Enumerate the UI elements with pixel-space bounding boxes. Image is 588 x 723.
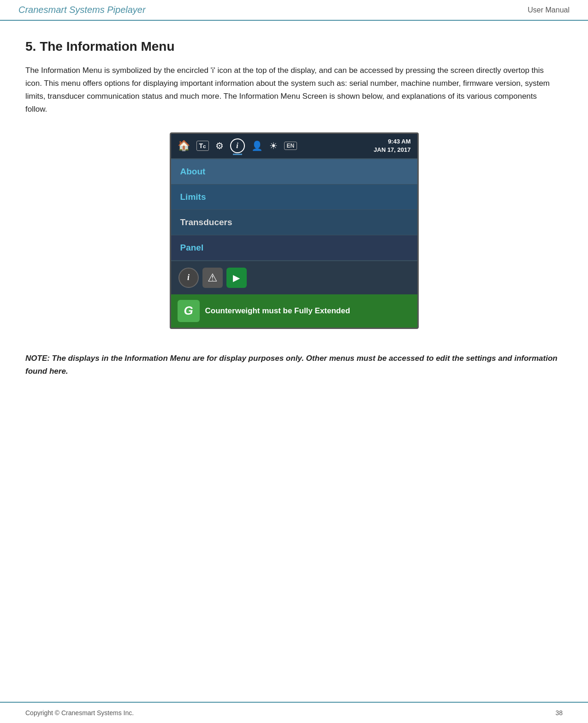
menu-item-panel[interactable]: Panel: [171, 235, 417, 261]
device-screenshot-container: 🏠 Tc ⚙ i 👤 ☀ EN: [25, 132, 563, 329]
device-screen: 🏠 Tc ⚙ i 👤 ☀ EN: [170, 132, 419, 329]
menu-item-transducers[interactable]: Transducers: [171, 210, 417, 235]
device-topbar: 🏠 Tc ⚙ i 👤 ☀ EN: [171, 134, 417, 159]
header-title: Cranesmart Systems Pipelayer: [18, 5, 146, 15]
warning-button[interactable]: ⚠: [202, 268, 223, 288]
info-icon-circle: i: [230, 138, 245, 153]
menu-item-limits[interactable]: Limits: [171, 185, 417, 210]
page-footer: Copyright © Cranesmart Systems Inc. 38: [0, 702, 588, 723]
footer-copyright: Copyright © Cranesmart Systems Inc.: [25, 709, 134, 717]
alert-icon-g: G: [178, 300, 200, 322]
header-manual-label: User Manual: [528, 6, 570, 14]
page-header: Cranesmart Systems Pipelayer User Manual: [0, 0, 588, 21]
language-selector[interactable]: EN: [284, 142, 297, 150]
body-paragraph: The Information Menu is symbolized by th…: [25, 64, 560, 116]
device-time-date: 9:43 AM JAN 17, 2017: [374, 137, 410, 154]
main-content: 5. The Information Menu The Information …: [0, 21, 588, 419]
footer-page-number: 38: [555, 709, 563, 717]
section-number: 5.: [25, 39, 36, 54]
device-time: 9:43 AM: [374, 137, 410, 146]
note-section: NOTE: The displays in the Information Me…: [25, 352, 560, 378]
topbar-icons-group: 🏠 Tc ⚙ i 👤 ☀ EN: [178, 138, 368, 153]
section-title: The Information Menu: [40, 39, 174, 54]
brightness-icon[interactable]: ☀: [269, 140, 278, 151]
person-icon[interactable]: 👤: [251, 140, 263, 151]
menu-item-about[interactable]: About: [171, 159, 417, 185]
home-icon[interactable]: 🏠: [178, 140, 190, 152]
info-icon[interactable]: i: [230, 138, 245, 153]
device-bottom-icons: i ⚠ ▶: [171, 261, 417, 294]
gear-icon[interactable]: ⚙: [215, 140, 224, 151]
info-button[interactable]: i: [178, 268, 199, 288]
flag-button[interactable]: ▶: [226, 268, 247, 288]
tc-icon[interactable]: Tc: [196, 141, 209, 151]
section-heading: 5. The Information Menu: [25, 39, 563, 54]
device-date: JAN 17, 2017: [374, 146, 410, 154]
alert-bar: G Counterweight must be Fully Extended: [171, 294, 417, 328]
alert-text: Counterweight must be Fully Extended: [205, 306, 350, 316]
note-text: NOTE: The displays in the Information Me…: [25, 352, 560, 378]
